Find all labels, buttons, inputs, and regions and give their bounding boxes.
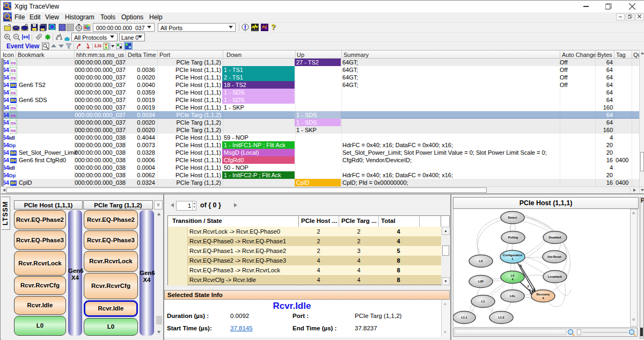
svg-text:Recovery: Recovery: [537, 293, 551, 296]
svg-text:1: 1: [511, 257, 513, 261]
svg-text:Loopback: Loopback: [548, 275, 562, 278]
svg-text:Detect: Detect: [508, 216, 517, 219]
svg-text:Polling: Polling: [508, 236, 518, 239]
svg-text:L0: L0: [511, 274, 514, 277]
svg-text:L0P: L0P: [478, 280, 484, 283]
svg-text:1: 1: [520, 264, 522, 267]
svg-text:L1.2: L1.2: [498, 316, 504, 319]
svg-text:Configuration: Configuration: [503, 254, 523, 257]
svg-text:L1.1: L1.1: [461, 316, 467, 319]
svg-text:Hot Reset: Hot Reset: [547, 255, 561, 258]
svg-text:L1: L1: [481, 300, 485, 303]
svg-text:L0s: L0s: [510, 294, 515, 298]
svg-text:L2: L2: [479, 259, 482, 263]
svg-text:Disabled: Disabled: [549, 236, 561, 239]
svg-text:3: 3: [527, 285, 529, 288]
